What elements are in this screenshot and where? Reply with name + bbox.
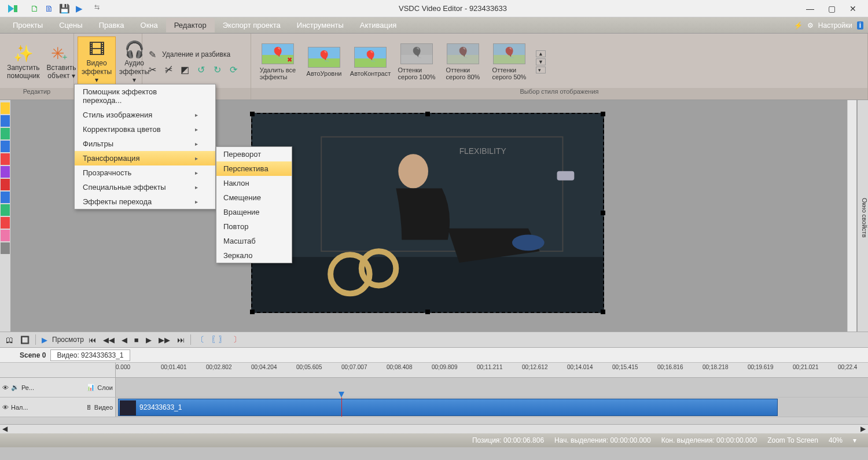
info-icon[interactable]: i — [857, 21, 863, 30]
svg-rect-10 — [557, 171, 575, 181]
split-icon[interactable]: ✂̸ — [162, 63, 175, 76]
menu-transition-effects[interactable]: Эффекты перехода — [75, 194, 215, 209]
preview-next-icon[interactable]: ▶▶ — [156, 334, 172, 345]
timeline-hscroll[interactable]: ◀▶ — [0, 424, 868, 433]
tool-3[interactable] — [1, 128, 10, 139]
tab-activation[interactable]: Активация — [352, 18, 404, 32]
timeline-ruler[interactable]: 0.00000;01.40100;02.80200;04.20400;05.60… — [0, 363, 868, 378]
preview-play-icon[interactable]: ▶ — [39, 334, 50, 345]
submenu-rotation[interactable]: Вращение — [216, 205, 292, 219]
close-button[interactable]: ✕ — [849, 4, 856, 13]
menu-transformation[interactable]: Трансформация — [75, 151, 215, 165]
tool-5[interactable] — [1, 153, 10, 165]
eye-icon[interactable]: 👁 — [2, 384, 9, 391]
maximize-button[interactable]: ▢ — [828, 4, 836, 13]
properties-panel-tab[interactable]: Окно свойств — [858, 100, 868, 332]
preview-mode2-icon[interactable]: 🔲 — [18, 334, 32, 345]
video-clip[interactable]: 923433633_1 — [118, 399, 778, 416]
marker-out-icon[interactable]: 〕 — [231, 333, 243, 346]
preview-prev-icon[interactable]: ◀◀ — [101, 334, 117, 345]
marker-range-icon[interactable]: 〖〗 — [209, 333, 229, 346]
tool-10[interactable] — [1, 230, 10, 241]
minimize-button[interactable]: — — [806, 4, 814, 13]
submenu-offset[interactable]: Смещение — [216, 190, 292, 205]
menu-transparency[interactable]: Прозрачность — [75, 165, 215, 180]
delete-split-label: Удаление и разбивка — [162, 50, 230, 58]
tool-2[interactable] — [1, 115, 10, 127]
submenu-tilt[interactable]: Наклон — [216, 176, 292, 190]
status-pos-label: Позиция: — [472, 436, 502, 444]
settings-label[interactable]: Настройки — [818, 21, 852, 30]
timeline-video-tab[interactable]: Видео: 923433633_1 — [50, 349, 130, 361]
preview-stop-icon[interactable]: ■ — [132, 334, 141, 345]
qat-open-icon[interactable]: 🗎 — [45, 3, 53, 14]
eye-icon-2[interactable]: 👁 — [2, 404, 9, 411]
rotate-l-icon[interactable]: ↺ — [194, 63, 207, 76]
help-icon[interactable]: ⚡ — [794, 21, 803, 30]
track1-lane[interactable] — [116, 378, 868, 397]
menu-image-style[interactable]: Стиль изображения — [75, 108, 215, 122]
tab-scenes[interactable]: Сцены — [51, 18, 90, 32]
tool-7[interactable] — [1, 192, 10, 203]
tab-windows[interactable]: Окна — [133, 18, 166, 32]
video-selection-frame[interactable]: FLEXIBILITY — [251, 113, 604, 313]
style-gray80[interactable]: Оттенки серого 80% — [442, 43, 484, 80]
menu-color-correction[interactable]: Корректировка цветов — [75, 122, 215, 137]
svg-rect-3 — [252, 257, 603, 312]
zoom-dropdown-icon[interactable]: ▾ — [853, 436, 856, 444]
lock-icon[interactable]: 🔉 — [11, 384, 19, 391]
preview-last-icon[interactable]: ⏭ — [175, 334, 187, 345]
text-tool-icon[interactable] — [1, 179, 10, 190]
style-gray100[interactable]: Оттенки серого 100% — [396, 43, 437, 80]
crop-icon[interactable]: ◩ — [178, 63, 191, 76]
menu-transition-wizard[interactable]: Помощник эффектов перехода... — [75, 84, 215, 108]
tab-export[interactable]: Экспорт проекта — [215, 18, 289, 32]
track2-lane[interactable]: 923433633_1 — [116, 398, 868, 417]
menu-filters[interactable]: Фильтры — [75, 137, 215, 151]
styles-expand-icon[interactable]: ▾ — [536, 67, 546, 73]
run-wizard-button[interactable]: ✨ Запустить помощник — [3, 42, 43, 83]
preview-first-icon[interactable]: ⏮ — [86, 334, 98, 345]
settings-gear-icon[interactable]: ⚙ — [807, 21, 814, 30]
style-autolevels[interactable]: АвтоУровни — [303, 47, 345, 77]
styles-up-icon[interactable]: ▲ — [536, 50, 546, 57]
submenu-perspective[interactable]: Перспектива — [216, 161, 292, 176]
tab-projects[interactable]: Проекты — [5, 18, 51, 32]
tab-tools[interactable]: Инструменты — [289, 18, 352, 32]
submenu-flip[interactable]: Переворот — [216, 147, 292, 161]
video-effects-button[interactable]: 🎞 Видео эффекты ▾ — [78, 36, 116, 87]
style-autocontrast[interactable]: АвтоКонтраст — [350, 47, 391, 77]
preview-step-back-icon[interactable]: ◀ — [119, 334, 130, 345]
menu-special-effects[interactable]: Специальные эффекты — [75, 180, 215, 194]
rotate-r-icon[interactable]: ↻ — [211, 63, 223, 76]
tool-1[interactable] — [1, 102, 10, 114]
playhead[interactable] — [341, 398, 342, 417]
tool-6[interactable] — [1, 166, 10, 178]
submenu-mirror[interactable]: Зеркало — [216, 248, 292, 263]
tool-8[interactable] — [1, 204, 10, 216]
qat-save-icon[interactable]: 💾 — [59, 3, 70, 14]
preview-mode1-icon[interactable]: 🕮 — [3, 334, 16, 345]
pencil-icon[interactable]: ✎ — [146, 48, 159, 61]
tool-4[interactable] — [1, 141, 10, 152]
styles-down-icon[interactable]: ▼ — [536, 58, 546, 65]
cut-icon[interactable]: ✂ — [146, 63, 159, 76]
submenu-repeat[interactable]: Повтор — [216, 219, 292, 234]
scene-label[interactable]: Scene 0 — [20, 351, 46, 359]
qat-more-icon[interactable]: ⇆ — [94, 3, 100, 14]
ruler-tick: 00;18.218 — [703, 364, 729, 370]
tool-9[interactable] — [1, 217, 10, 229]
qat-new-icon[interactable]: 🗋 — [30, 3, 39, 14]
style-remove-all[interactable]: Удалить все эффекты — [257, 43, 299, 80]
tab-editor[interactable]: Редактор — [166, 18, 215, 32]
zoom-mode[interactable]: Zoom To Screen — [767, 436, 818, 444]
preview-step-fwd-icon[interactable]: ▶ — [144, 334, 154, 345]
qat-play-icon[interactable]: ▶ — [76, 3, 83, 14]
marker-in-icon[interactable]: 〔 — [194, 333, 207, 346]
tab-edit[interactable]: Правка — [91, 18, 133, 32]
submenu-scale[interactable]: Масштаб — [216, 234, 292, 248]
style-gray50[interactable]: Оттенки серого 50% — [488, 43, 530, 80]
canvas-vscroll[interactable] — [847, 100, 856, 332]
tool-11[interactable] — [1, 242, 10, 254]
rotate-90-icon[interactable]: ⟳ — [227, 63, 240, 76]
